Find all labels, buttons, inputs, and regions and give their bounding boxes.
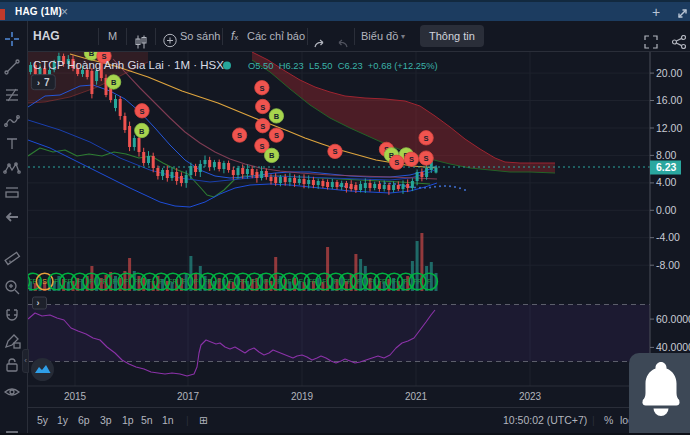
svg-text:F: F	[159, 278, 163, 285]
svg-text:S: S	[274, 131, 279, 140]
svg-text:F: F	[287, 278, 291, 285]
svg-text:4.00: 4.00	[656, 176, 677, 188]
svg-text:0.00: 0.00	[656, 204, 677, 216]
svg-text:S: S	[259, 142, 264, 151]
svg-text:F: F	[78, 278, 82, 285]
svg-text:F: F	[392, 278, 396, 285]
svg-text:S: S	[424, 134, 429, 143]
svg-text:S: S	[394, 158, 399, 167]
svg-text:F: F	[357, 278, 361, 285]
svg-text:S: S	[260, 103, 265, 112]
svg-text:F: F	[124, 278, 128, 285]
svg-text:6.23: 6.23	[656, 161, 677, 173]
svg-text:S: S	[409, 155, 414, 164]
svg-text:2015: 2015	[64, 391, 87, 402]
svg-text:S: S	[260, 122, 265, 131]
svg-text:F: F	[369, 278, 373, 285]
svg-text:F: F	[334, 278, 338, 285]
svg-text:-4.00: -4.00	[656, 231, 680, 243]
svg-text:12.00: 12.00	[656, 122, 682, 134]
svg-text:S: S	[259, 84, 264, 93]
svg-text:B: B	[111, 78, 117, 87]
svg-text:›: ›	[37, 78, 40, 88]
svg-text:F: F	[322, 278, 326, 285]
svg-text:CTCP Hoàng Anh Gia Lai · 1M ·: CTCP Hoàng Anh Gia Lai · 1M · HSX	[33, 59, 224, 71]
svg-text:S: S	[424, 154, 429, 163]
svg-text:F: F	[194, 278, 198, 285]
svg-text:2021: 2021	[405, 391, 428, 402]
svg-text:S: S	[139, 107, 144, 116]
svg-text:F: F	[252, 278, 256, 285]
svg-text:B: B	[269, 151, 275, 160]
svg-text:F: F	[229, 278, 233, 285]
svg-text:8.00: 8.00	[656, 149, 677, 161]
svg-text:60.0000: 60.0000	[656, 313, 690, 325]
svg-text:F: F	[217, 278, 221, 285]
svg-text:B: B	[89, 52, 95, 58]
svg-text:B: B	[139, 127, 145, 136]
svg-text:40.0000: 40.0000	[656, 341, 690, 353]
svg-text:16.00: 16.00	[656, 94, 682, 106]
svg-text:7: 7	[44, 77, 50, 88]
svg-text:F: F	[89, 278, 93, 285]
svg-text:F: F	[182, 278, 186, 285]
svg-text:B: B	[274, 112, 280, 121]
svg-text:S: S	[42, 278, 47, 285]
svg-text:2019: 2019	[291, 391, 314, 402]
svg-text:F: F	[147, 278, 151, 285]
svg-text:-8.00: -8.00	[656, 259, 680, 271]
svg-text:O5.50 H6.23 L5.50 C6.23 +0: O5.50 H6.23 L5.50 C6.23 +0.68 (+12.25%)	[248, 60, 438, 71]
svg-text:2017: 2017	[177, 391, 200, 402]
svg-text:F: F	[427, 278, 431, 285]
svg-text:F: F	[54, 278, 58, 285]
svg-text:S: S	[332, 147, 337, 156]
svg-text:F: F	[404, 278, 408, 285]
svg-text:F: F	[264, 278, 268, 285]
svg-text:20.00: 20.00	[656, 67, 682, 79]
svg-text:2023: 2023	[519, 391, 542, 402]
svg-text:›: ›	[37, 298, 40, 308]
svg-text:F: F	[112, 278, 116, 285]
svg-text:F: F	[299, 278, 303, 285]
svg-text:S: S	[237, 131, 242, 140]
